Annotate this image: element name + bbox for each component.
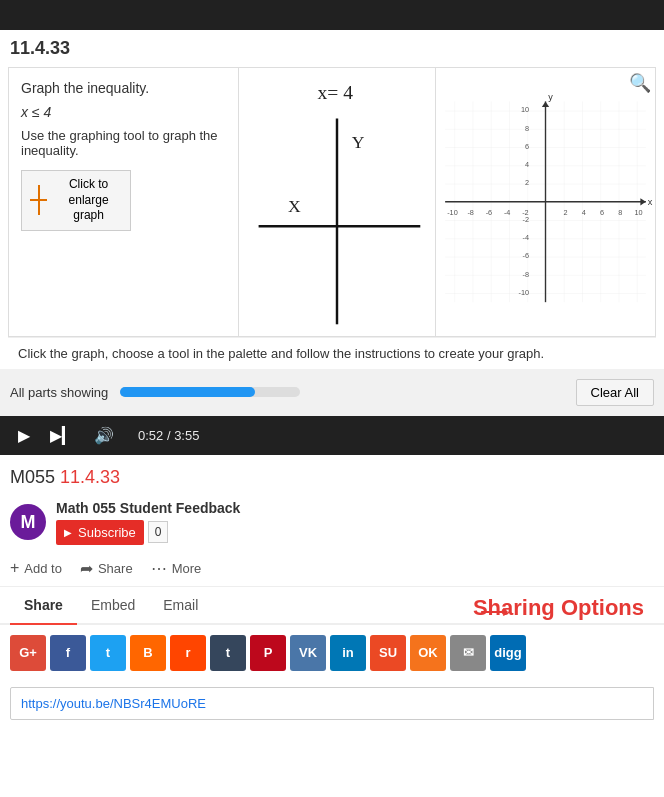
enlarge-graph-button[interactable]: Click to enlarge graph xyxy=(21,170,131,231)
progress-container: All parts showing Clear All xyxy=(0,369,664,416)
more-icon: ⋯ xyxy=(151,559,167,578)
svg-text:-10: -10 xyxy=(519,288,530,297)
subscribe-label: Subscribe xyxy=(78,525,136,540)
title-prefix: M055 xyxy=(10,467,60,487)
svg-text:8: 8 xyxy=(618,208,622,217)
title-highlight: 11.4.33 xyxy=(60,467,120,487)
tab-share[interactable]: Share xyxy=(10,587,77,623)
video-title: M055 11.4.33 xyxy=(10,467,120,487)
pinterest-icon[interactable]: P xyxy=(250,635,286,671)
volume-button[interactable]: 🔊 xyxy=(90,426,118,445)
facebook-icon[interactable]: f xyxy=(50,635,86,671)
digg-icon[interactable]: digg xyxy=(490,635,526,671)
svg-text:x: x xyxy=(648,197,653,207)
svg-text:-4: -4 xyxy=(523,233,530,242)
channel-avatar: M xyxy=(10,504,46,540)
sub-instruction-text: Use the graphing tool to graph the inequ… xyxy=(21,128,226,158)
drawing-area[interactable]: x= 4 X Y xyxy=(239,68,435,336)
magnify-icon[interactable]: 🔍 xyxy=(629,72,651,94)
share-icon: ➦ xyxy=(80,559,93,578)
svg-text:2: 2 xyxy=(564,208,568,217)
channel-info: Math 055 Student Feedback ▶ Subscribe 0 xyxy=(56,500,240,545)
svg-text:-8: -8 xyxy=(467,208,474,217)
skip-button[interactable]: ▶▎ xyxy=(46,426,78,445)
time-display: 0:52 / 3:55 xyxy=(138,428,199,443)
vk-icon[interactable]: VK xyxy=(290,635,326,671)
social-icons-row: G+ftBrtPVKinSUOK✉digg xyxy=(0,625,664,681)
clear-all-button[interactable]: Clear All xyxy=(576,379,654,406)
svg-text:8: 8 xyxy=(525,124,529,133)
svg-text:y: y xyxy=(548,92,553,102)
svg-text:4: 4 xyxy=(582,208,586,217)
svg-text:-2: -2 xyxy=(522,208,529,217)
url-input[interactable] xyxy=(10,687,654,720)
svg-text:6: 6 xyxy=(600,208,604,217)
page-title: 11.4.33 xyxy=(0,30,664,67)
bottom-space xyxy=(0,726,664,746)
more-label: More xyxy=(172,561,202,576)
video-title-area: M055 11.4.33 xyxy=(0,455,664,494)
add-icon: + xyxy=(10,559,19,577)
youtube-icon: ▶ xyxy=(64,527,72,538)
add-to-label: Add to xyxy=(24,561,62,576)
svg-text:-6: -6 xyxy=(486,208,493,217)
tumblr-icon[interactable]: t xyxy=(210,635,246,671)
share-action[interactable]: ➦ Share xyxy=(80,559,133,578)
play-button[interactable]: ▶ xyxy=(14,426,34,445)
graph-instructions: Click the graph, choose a tool in the pa… xyxy=(8,337,656,369)
blogger-icon[interactable]: B xyxy=(130,635,166,671)
top-bar xyxy=(0,0,664,30)
svg-text:-4: -4 xyxy=(504,208,511,217)
svg-text:6: 6 xyxy=(525,142,529,151)
stumbleupon-icon[interactable]: SU xyxy=(370,635,406,671)
url-bar xyxy=(10,687,654,720)
share-label: Share xyxy=(98,561,133,576)
enlarge-label: Click to enlarge graph xyxy=(55,177,122,224)
svg-text:10: 10 xyxy=(635,208,643,217)
channel-name: Math 055 Student Feedback xyxy=(56,500,240,516)
linkedin-icon[interactable]: in xyxy=(330,635,366,671)
svg-text:-8: -8 xyxy=(523,270,530,279)
cross-icon xyxy=(30,185,47,215)
sharing-options-label: Sharing Options xyxy=(473,595,644,621)
svg-text:Y: Y xyxy=(352,132,365,152)
subscribe-button[interactable]: ▶ Subscribe xyxy=(56,520,144,545)
more-action[interactable]: ⋯ More xyxy=(151,559,202,578)
svg-text:2: 2 xyxy=(525,178,529,187)
progress-track xyxy=(120,387,300,397)
action-row: + Add to ➦ Share ⋯ More xyxy=(0,551,664,587)
video-controls: ▶ ▶▎ 🔊 0:52 / 3:55 xyxy=(0,416,664,455)
question-area: Graph the inequality. x ≤ 4 Use the grap… xyxy=(8,67,656,337)
email-icon[interactable]: ✉ xyxy=(450,635,486,671)
inequality-text: x ≤ 4 xyxy=(21,104,226,120)
odnoklassniki-icon[interactable]: OK xyxy=(410,635,446,671)
twitter-icon[interactable]: t xyxy=(90,635,126,671)
tabs-row: Share Embed Email ⟶ Sharing Options xyxy=(0,587,664,625)
tab-email[interactable]: Email xyxy=(149,587,212,623)
google-plus-icon[interactable]: G+ xyxy=(10,635,46,671)
graph-svg: x y 10 8 6 4 2 -2 -4 -6 -8 -10 -10 -8 -6… xyxy=(436,68,655,336)
left-panel: Graph the inequality. x ≤ 4 Use the grap… xyxy=(9,68,239,336)
svg-text:x= 4: x= 4 xyxy=(317,82,353,103)
graph-area: 🔍 x y 10 8 6 4 2 -2 -4 xyxy=(435,68,655,336)
subscriber-count: 0 xyxy=(148,521,169,543)
progress-fill xyxy=(120,387,255,397)
progress-label: All parts showing xyxy=(10,385,108,400)
svg-text:-10: -10 xyxy=(447,208,458,217)
svg-text:X: X xyxy=(288,196,301,216)
add-to-action[interactable]: + Add to xyxy=(10,559,62,577)
tab-embed[interactable]: Embed xyxy=(77,587,149,623)
svg-text:10: 10 xyxy=(521,105,529,114)
channel-row: M Math 055 Student Feedback ▶ Subscribe … xyxy=(0,494,664,551)
drawing-svg: x= 4 X Y xyxy=(239,68,435,336)
svg-text:-6: -6 xyxy=(523,251,530,260)
reddit-icon[interactable]: r xyxy=(170,635,206,671)
instruction-text: Graph the inequality. xyxy=(21,80,226,96)
svg-text:4: 4 xyxy=(525,160,529,169)
